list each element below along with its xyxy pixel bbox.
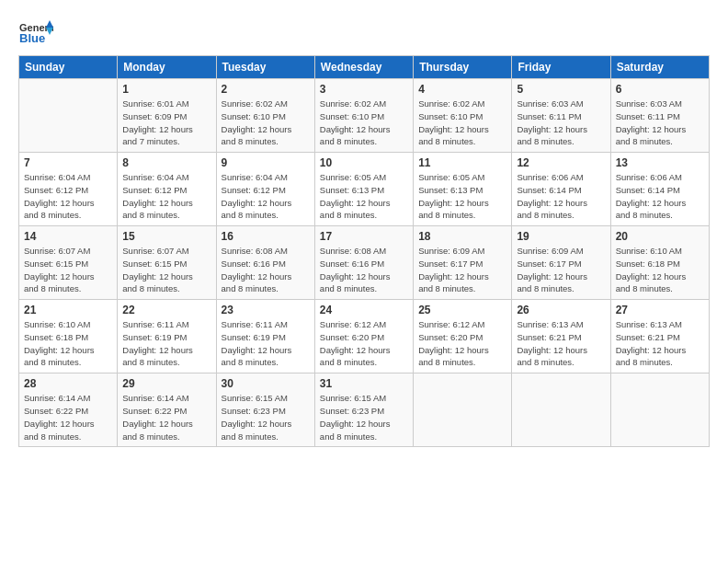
day-info: Sunrise: 6:06 AM Sunset: 6:14 PM Dayligh… xyxy=(517,171,605,222)
day-info: Sunrise: 6:06 AM Sunset: 6:14 PM Dayligh… xyxy=(616,171,704,222)
calendar-cell: 2Sunrise: 6:02 AM Sunset: 6:10 PM Daylig… xyxy=(216,79,314,153)
day-info: Sunrise: 6:05 AM Sunset: 6:13 PM Dayligh… xyxy=(320,171,408,222)
page-header: General Blue xyxy=(18,18,710,48)
day-info: Sunrise: 6:14 AM Sunset: 6:22 PM Dayligh… xyxy=(122,392,210,442)
day-number: 27 xyxy=(616,304,704,316)
day-info: Sunrise: 6:15 AM Sunset: 6:23 PM Dayligh… xyxy=(320,392,408,442)
calendar-table: SundayMondayTuesdayWednesdayThursdayFrid… xyxy=(18,55,710,447)
calendar-cell: 10Sunrise: 6:05 AM Sunset: 6:13 PM Dayli… xyxy=(314,153,413,226)
day-info: Sunrise: 6:04 AM Sunset: 6:12 PM Dayligh… xyxy=(122,171,210,222)
day-number: 13 xyxy=(616,156,704,169)
day-number: 23 xyxy=(222,304,310,316)
day-info: Sunrise: 6:10 AM Sunset: 6:18 PM Dayligh… xyxy=(24,318,112,369)
day-info: Sunrise: 6:10 AM Sunset: 6:18 PM Dayligh… xyxy=(616,245,704,295)
day-number: 9 xyxy=(222,156,310,169)
day-info: Sunrise: 6:08 AM Sunset: 6:16 PM Dayligh… xyxy=(320,245,408,295)
calendar-cell: 17Sunrise: 6:08 AM Sunset: 6:16 PM Dayli… xyxy=(314,226,413,300)
day-info: Sunrise: 6:02 AM Sunset: 6:10 PM Dayligh… xyxy=(222,98,310,148)
day-info: Sunrise: 6:02 AM Sunset: 6:10 PM Dayligh… xyxy=(418,98,506,148)
calendar-cell: 24Sunrise: 6:12 AM Sunset: 6:20 PM Dayli… xyxy=(314,300,413,373)
calendar-cell: 23Sunrise: 6:11 AM Sunset: 6:19 PM Dayli… xyxy=(216,300,314,373)
day-info: Sunrise: 6:14 AM Sunset: 6:22 PM Dayligh… xyxy=(24,392,112,442)
calendar-cell: 26Sunrise: 6:13 AM Sunset: 6:21 PM Dayli… xyxy=(512,300,610,373)
week-row-5: 28Sunrise: 6:14 AM Sunset: 6:22 PM Dayli… xyxy=(19,373,710,447)
week-row-1: 1Sunrise: 6:01 AM Sunset: 6:09 PM Daylig… xyxy=(19,79,710,153)
day-info: Sunrise: 6:01 AM Sunset: 6:09 PM Dayligh… xyxy=(122,98,210,148)
day-info: Sunrise: 6:09 AM Sunset: 6:17 PM Dayligh… xyxy=(418,245,506,295)
weekday-thursday: Thursday xyxy=(414,56,512,79)
day-number: 15 xyxy=(122,230,210,243)
day-number: 11 xyxy=(418,156,506,169)
day-info: Sunrise: 6:13 AM Sunset: 6:21 PM Dayligh… xyxy=(517,318,605,369)
week-row-4: 21Sunrise: 6:10 AM Sunset: 6:18 PM Dayli… xyxy=(19,300,710,373)
calendar-cell: 4Sunrise: 6:02 AM Sunset: 6:10 PM Daylig… xyxy=(414,79,512,153)
day-number: 7 xyxy=(24,156,112,169)
weekday-wednesday: Wednesday xyxy=(314,56,413,79)
weekday-monday: Monday xyxy=(118,56,216,79)
weekday-tuesday: Tuesday xyxy=(216,56,314,79)
calendar-cell: 27Sunrise: 6:13 AM Sunset: 6:21 PM Dayli… xyxy=(610,300,709,373)
day-number: 29 xyxy=(122,377,210,390)
weekday-header-row: SundayMondayTuesdayWednesdayThursdayFrid… xyxy=(19,56,710,79)
calendar-cell: 6Sunrise: 6:03 AM Sunset: 6:11 PM Daylig… xyxy=(610,79,709,153)
day-number: 17 xyxy=(320,230,408,243)
weekday-sunday: Sunday xyxy=(19,56,118,79)
day-info: Sunrise: 6:11 AM Sunset: 6:19 PM Dayligh… xyxy=(122,318,210,369)
calendar-cell xyxy=(19,79,118,153)
calendar-cell: 20Sunrise: 6:10 AM Sunset: 6:18 PM Dayli… xyxy=(610,226,709,300)
day-number: 12 xyxy=(517,156,605,169)
day-info: Sunrise: 6:15 AM Sunset: 6:23 PM Dayligh… xyxy=(222,392,310,442)
day-number: 1 xyxy=(122,83,210,96)
calendar-cell xyxy=(414,373,512,447)
calendar-cell: 30Sunrise: 6:15 AM Sunset: 6:23 PM Dayli… xyxy=(216,373,314,447)
day-number: 16 xyxy=(222,230,310,243)
day-number: 25 xyxy=(418,304,506,316)
day-number: 14 xyxy=(24,230,112,243)
calendar-cell: 22Sunrise: 6:11 AM Sunset: 6:19 PM Dayli… xyxy=(118,300,216,373)
weekday-saturday: Saturday xyxy=(610,56,709,79)
calendar-cell: 15Sunrise: 6:07 AM Sunset: 6:15 PM Dayli… xyxy=(118,226,216,300)
calendar-cell: 5Sunrise: 6:03 AM Sunset: 6:11 PM Daylig… xyxy=(512,79,610,153)
day-number: 20 xyxy=(616,230,704,243)
day-number: 6 xyxy=(616,83,704,96)
calendar-cell: 21Sunrise: 6:10 AM Sunset: 6:18 PM Dayli… xyxy=(19,300,118,373)
calendar-body: 1Sunrise: 6:01 AM Sunset: 6:09 PM Daylig… xyxy=(19,79,710,447)
calendar-cell xyxy=(512,373,610,447)
day-number: 26 xyxy=(517,304,605,316)
calendar-cell: 13Sunrise: 6:06 AM Sunset: 6:14 PM Dayli… xyxy=(610,153,709,226)
day-info: Sunrise: 6:08 AM Sunset: 6:16 PM Dayligh… xyxy=(222,245,310,295)
day-info: Sunrise: 6:02 AM Sunset: 6:10 PM Dayligh… xyxy=(320,98,408,148)
day-info: Sunrise: 6:04 AM Sunset: 6:12 PM Dayligh… xyxy=(222,171,310,222)
day-number: 24 xyxy=(320,304,408,316)
calendar-cell: 9Sunrise: 6:04 AM Sunset: 6:12 PM Daylig… xyxy=(216,153,314,226)
day-number: 31 xyxy=(320,377,408,390)
logo: General Blue xyxy=(18,18,53,48)
calendar-cell: 1Sunrise: 6:01 AM Sunset: 6:09 PM Daylig… xyxy=(118,79,216,153)
day-info: Sunrise: 6:07 AM Sunset: 6:15 PM Dayligh… xyxy=(122,245,210,295)
day-info: Sunrise: 6:09 AM Sunset: 6:17 PM Dayligh… xyxy=(517,245,605,295)
calendar-cell: 31Sunrise: 6:15 AM Sunset: 6:23 PM Dayli… xyxy=(314,373,413,447)
week-row-2: 7Sunrise: 6:04 AM Sunset: 6:12 PM Daylig… xyxy=(19,153,710,226)
day-info: Sunrise: 6:04 AM Sunset: 6:12 PM Dayligh… xyxy=(24,171,112,222)
day-number: 28 xyxy=(24,377,112,390)
calendar-cell: 29Sunrise: 6:14 AM Sunset: 6:22 PM Dayli… xyxy=(118,373,216,447)
day-number: 21 xyxy=(24,304,112,316)
day-info: Sunrise: 6:07 AM Sunset: 6:15 PM Dayligh… xyxy=(24,245,112,295)
calendar-cell: 8Sunrise: 6:04 AM Sunset: 6:12 PM Daylig… xyxy=(118,153,216,226)
calendar-cell: 16Sunrise: 6:08 AM Sunset: 6:16 PM Dayli… xyxy=(216,226,314,300)
calendar-cell: 25Sunrise: 6:12 AM Sunset: 6:20 PM Dayli… xyxy=(414,300,512,373)
day-number: 22 xyxy=(122,304,210,316)
day-info: Sunrise: 6:12 AM Sunset: 6:20 PM Dayligh… xyxy=(418,318,506,369)
day-number: 2 xyxy=(222,83,310,96)
calendar-cell: 3Sunrise: 6:02 AM Sunset: 6:10 PM Daylig… xyxy=(314,79,413,153)
calendar-cell: 14Sunrise: 6:07 AM Sunset: 6:15 PM Dayli… xyxy=(19,226,118,300)
calendar-cell xyxy=(610,373,709,447)
calendar-cell: 7Sunrise: 6:04 AM Sunset: 6:12 PM Daylig… xyxy=(19,153,118,226)
day-number: 30 xyxy=(222,377,310,390)
svg-text:Blue: Blue xyxy=(19,31,45,45)
calendar-cell: 19Sunrise: 6:09 AM Sunset: 6:17 PM Dayli… xyxy=(512,226,610,300)
calendar-cell: 28Sunrise: 6:14 AM Sunset: 6:22 PM Dayli… xyxy=(19,373,118,447)
day-info: Sunrise: 6:03 AM Sunset: 6:11 PM Dayligh… xyxy=(517,98,605,148)
calendar-cell: 18Sunrise: 6:09 AM Sunset: 6:17 PM Dayli… xyxy=(414,226,512,300)
day-number: 4 xyxy=(418,83,506,96)
